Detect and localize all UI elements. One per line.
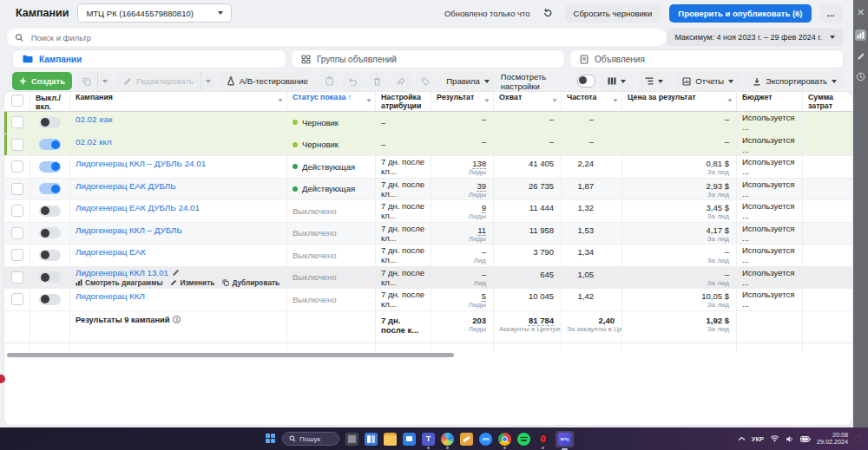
row-toggle[interactable] bbox=[39, 227, 61, 238]
table-row[interactable]: 02.02 еак Черновик – – – – – Используетс… bbox=[4, 112, 852, 134]
edit-dropdown[interactable] bbox=[201, 72, 215, 90]
table-row[interactable]: Лидогенерац ЕАК ДУБЛЬ Действующая 7 дн. … bbox=[4, 179, 852, 201]
start-button[interactable] bbox=[266, 434, 276, 444]
tray-chevron-icon[interactable] bbox=[738, 436, 746, 441]
table-row[interactable]: Лидогенерац ККЛ – ДУБЛЬ Выключено 7 дн. … bbox=[4, 223, 852, 245]
tab-campaigns[interactable]: Кампании bbox=[12, 49, 286, 68]
paint-app-icon[interactable] bbox=[460, 433, 473, 446]
campaign-name-link[interactable]: Лидогенерац ККЛ – ДУБЛЬ bbox=[76, 225, 182, 235]
campaign-name-link[interactable]: Лидогенерац ККЛ 13.01 bbox=[76, 268, 168, 277]
wifi-icon[interactable] bbox=[770, 435, 779, 442]
teams-icon[interactable]: T bbox=[422, 433, 435, 446]
row-toggle[interactable] bbox=[39, 139, 61, 150]
table-row[interactable]: Лидогенерац ЕАК ДУБЛЬ 24.01 Выключено 7 … bbox=[4, 200, 852, 223]
discard-drafts-button[interactable]: Сбросить черновики bbox=[565, 4, 661, 23]
active-app-mtc[interactable]: МТЦ bbox=[556, 431, 574, 447]
result-value[interactable]: 11 bbox=[437, 225, 486, 235]
col-status[interactable]: Статус показа ↑ bbox=[287, 92, 376, 111]
row-checkbox[interactable] bbox=[11, 205, 23, 217]
row-checkbox[interactable] bbox=[11, 160, 23, 173]
taskbar-search[interactable]: Пошук bbox=[282, 432, 339, 446]
row-checkbox[interactable] bbox=[11, 183, 23, 195]
table-row[interactable]: Лидогенерац ККЛ 13.01 Смотреть диаграммы… bbox=[4, 267, 852, 290]
file-explorer-icon[interactable] bbox=[384, 433, 397, 446]
campaign-name-link[interactable]: Лидогенерац ЕАК ДУБЛЬ 24.01 bbox=[76, 203, 200, 212]
col-result[interactable]: Результат bbox=[431, 92, 494, 111]
row-toggle[interactable] bbox=[39, 183, 61, 194]
row-checkbox[interactable] bbox=[11, 293, 23, 305]
row-checkbox[interactable] bbox=[11, 116, 23, 128]
tab-ad-sets[interactable]: Группы объявлений bbox=[291, 49, 565, 68]
microsoft-store-icon[interactable] bbox=[403, 433, 416, 446]
row-toggle[interactable] bbox=[39, 117, 61, 128]
select-all-checkbox[interactable] bbox=[11, 95, 23, 107]
reports-button[interactable]: Отчеты bbox=[675, 72, 740, 90]
campaign-name-link[interactable]: Лидогенерац ККЛ bbox=[76, 291, 145, 301]
table-row[interactable]: Лидогенерац ККЛ – ДУБЛЬ 24.01 Действующа… bbox=[4, 156, 852, 179]
columns-button[interactable] bbox=[601, 72, 633, 90]
refresh-button[interactable] bbox=[539, 4, 556, 22]
view-settings-toggle[interactable] bbox=[577, 75, 596, 88]
opera-icon[interactable] bbox=[536, 433, 549, 446]
clipboard-button[interactable] bbox=[319, 72, 339, 90]
col-cpr[interactable]: Цена за результат bbox=[622, 92, 737, 111]
edit-panel-button[interactable] bbox=[857, 52, 865, 61]
edge-browser-icon[interactable] bbox=[441, 433, 454, 446]
export-button[interactable]: Экспортировать bbox=[746, 72, 844, 90]
summary-reach[interactable]: 81 784 bbox=[499, 316, 554, 325]
widgets-icon[interactable] bbox=[365, 433, 378, 446]
edit-button[interactable]: Редактировать bbox=[116, 72, 201, 90]
result-value[interactable]: – bbox=[437, 114, 486, 124]
scrollbar-thumb[interactable] bbox=[7, 353, 454, 357]
row-toggle[interactable] bbox=[39, 161, 61, 173]
undo-button[interactable] bbox=[343, 72, 363, 90]
spotify-icon[interactable] bbox=[517, 433, 530, 446]
campaign-name-link[interactable]: Лидогенерац ЕАК ДУБЛЬ bbox=[76, 181, 176, 191]
row-checkbox[interactable] bbox=[11, 139, 23, 151]
result-value[interactable]: 138 bbox=[437, 159, 486, 168]
date-range-selector[interactable]: Максимум: 4 ноя 2023 г. – 29 фев 2024 г. bbox=[667, 29, 843, 46]
campaign-name-link[interactable]: Лидогенерац ЕАК bbox=[76, 247, 146, 257]
clock-datetime[interactable]: 20:08 29.02.2024 bbox=[817, 432, 848, 446]
result-value[interactable]: 9 bbox=[437, 203, 486, 212]
tag-button[interactable] bbox=[416, 72, 436, 90]
result-value[interactable]: – bbox=[437, 270, 486, 279]
more-options-button[interactable]: … bbox=[820, 4, 844, 23]
tab-ads[interactable]: Объявления bbox=[569, 49, 844, 68]
campaign-name-link[interactable]: Лидогенерац ККЛ – ДУБЛЬ 24.01 bbox=[76, 159, 206, 168]
row-toggle[interactable] bbox=[39, 205, 61, 217]
table-row[interactable]: 02.02 ккл Черновик – – – – – Используетс… bbox=[4, 134, 852, 157]
moon-focus-icon[interactable] bbox=[854, 434, 863, 443]
search-field[interactable] bbox=[7, 29, 667, 46]
close-icon[interactable]: ✕ bbox=[857, 7, 865, 18]
table-row[interactable]: Лидогенерац ЕАК Выключено 7 дн. после кл… bbox=[4, 245, 852, 267]
duplicate-button[interactable] bbox=[76, 72, 97, 90]
duplicate-action[interactable]: Дублировать bbox=[222, 278, 279, 287]
delete-button[interactable] bbox=[367, 72, 387, 90]
edit-pencil-icon[interactable] bbox=[172, 269, 180, 277]
duplicate-dropdown[interactable] bbox=[97, 72, 112, 90]
rules-button[interactable]: Правила bbox=[439, 72, 496, 90]
zoom-icon[interactable]: zm bbox=[479, 433, 492, 446]
chrome-icon[interactable] bbox=[498, 433, 511, 446]
campaign-name-link[interactable]: 02.02 ккл bbox=[76, 137, 112, 147]
task-view-icon[interactable] bbox=[345, 433, 358, 446]
battery-icon[interactable] bbox=[800, 436, 811, 442]
pin-button[interactable] bbox=[391, 72, 411, 90]
table-row[interactable]: Лидогенерац ККЛ Выключено 7 дн. после кл… bbox=[4, 289, 852, 311]
col-campaign[interactable]: Кампания bbox=[70, 92, 287, 111]
volume-icon[interactable] bbox=[786, 435, 794, 443]
ab-test-button[interactable]: A/B-тестирование bbox=[220, 72, 315, 90]
row-toggle[interactable] bbox=[39, 294, 61, 305]
col-reach[interactable]: Охват bbox=[494, 92, 562, 111]
breakdown-button[interactable] bbox=[638, 72, 670, 90]
history-panel-button[interactable] bbox=[856, 72, 865, 82]
info-icon[interactable]: i bbox=[173, 316, 181, 323]
row-toggle[interactable] bbox=[39, 271, 61, 283]
ad-account-selector[interactable]: МТЦ РК (166445579880810) bbox=[77, 3, 231, 23]
row-checkbox[interactable] bbox=[11, 271, 23, 284]
row-toggle[interactable] bbox=[39, 250, 61, 261]
row-checkbox[interactable] bbox=[11, 227, 23, 239]
result-value[interactable]: 5 bbox=[437, 291, 486, 301]
search-input[interactable] bbox=[30, 32, 660, 43]
